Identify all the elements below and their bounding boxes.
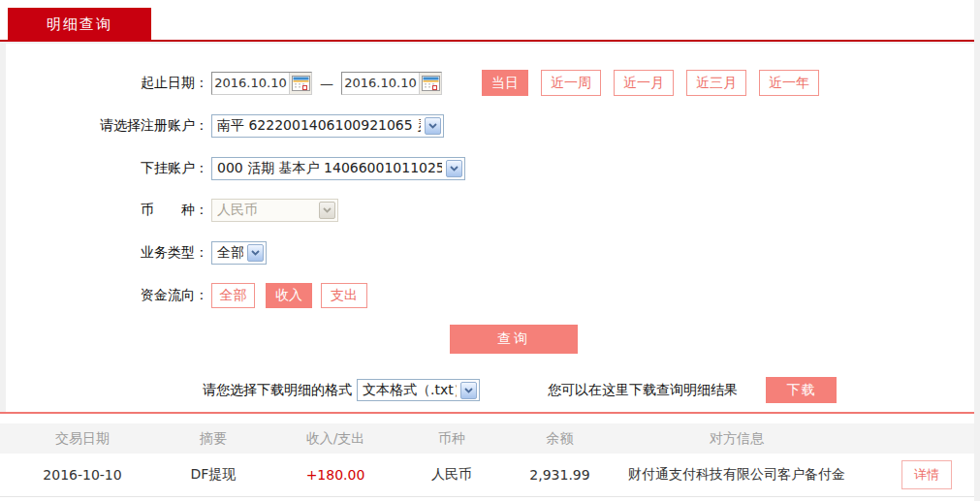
date-range-label: 起止日期：	[6, 75, 208, 92]
download-format-label: 请您选择下载明细的格式	[6, 382, 352, 399]
date-range-row: 起止日期： 2016.10.10 —	[6, 70, 974, 96]
tab-bar: 明细查询	[0, 0, 974, 42]
table-header-row: 交易日期 摘要 收入/支出 币种 余额 对方信息	[0, 423, 974, 454]
business-type-select[interactable]: 全部	[211, 241, 267, 265]
quick-range-today-button[interactable]: 当日	[482, 70, 528, 96]
query-row: 查询	[6, 325, 974, 354]
end-date-value: 2016.10.10	[342, 76, 419, 90]
detail-query-page: 明细查询 起止日期： 2016.10.10	[0, 0, 980, 501]
download-row: 请您选择下载明细的格式 文本格式（.txt） 您可以在这里下载查询明细结果 下载	[6, 377, 974, 404]
cell-trade-date: 2016-10-10	[0, 467, 165, 483]
currency-select-disabled: 人民币	[211, 199, 338, 222]
chevron-down-icon	[319, 202, 335, 219]
tab-detail-query[interactable]: 明细查询	[8, 8, 151, 42]
register-account-value: 南平 6222001406100921065 灵通卡	[217, 117, 421, 135]
business-type-row: 业务类型： 全部	[6, 240, 974, 265]
calendar-icon[interactable]	[419, 73, 441, 94]
calendar-icon-glyph	[422, 76, 440, 91]
header-summary: 摘要	[165, 430, 262, 448]
header-counterparty: 对方信息	[625, 430, 848, 448]
register-account-row: 请选择注册账户： 南平 6222001406100921065 灵通卡	[6, 113, 974, 138]
quick-range-3month-button[interactable]: 近三月	[686, 70, 746, 96]
header-currency: 币种	[409, 430, 494, 448]
start-date-value: 2016.10.10	[212, 76, 289, 90]
quick-range-week-button[interactable]: 近一周	[541, 70, 601, 96]
sub-account-value: 000 活期 基本户 1406600101102571848	[217, 160, 442, 177]
date-separator: —	[320, 76, 333, 91]
calendar-icon-glyph	[292, 76, 310, 91]
fund-flow-income-button[interactable]: 收入	[266, 283, 312, 308]
business-type-label: 业务类型：	[6, 244, 208, 262]
currency-row: 币 种： 人民币	[6, 198, 974, 222]
chevron-down-icon	[425, 117, 441, 135]
download-format-select[interactable]: 文本格式（.txt）	[357, 379, 480, 401]
sub-account-select[interactable]: 000 活期 基本户 1406600101102571848	[211, 157, 465, 180]
cell-summary: DF提现	[165, 466, 262, 484]
business-type-value: 全部	[217, 244, 243, 262]
header-income-expense: 收入/支出	[262, 430, 409, 448]
fund-flow-all-button[interactable]: 全部	[211, 283, 255, 308]
fund-flow-label: 资金流向：	[6, 287, 208, 304]
chevron-down-icon	[247, 244, 264, 262]
download-hint: 您可以在这里下载查询明细结果	[548, 382, 738, 399]
quick-range-month-button[interactable]: 近一月	[614, 70, 674, 96]
register-account-label: 请选择注册账户：	[6, 117, 208, 135]
sub-account-label: 下挂账户：	[6, 160, 208, 177]
query-button[interactable]: 查询	[450, 325, 578, 354]
start-date-input[interactable]: 2016.10.10	[211, 72, 312, 95]
detail-button[interactable]: 详情	[901, 460, 952, 489]
sub-account-row: 下挂账户： 000 活期 基本户 1406600101102571848	[6, 156, 974, 180]
cell-action: 详情	[848, 460, 974, 489]
quick-range-year-button[interactable]: 近一年	[759, 70, 819, 96]
results-table: 交易日期 摘要 收入/支出 币种 余额 对方信息 2016-10-10 DF提现…	[0, 412, 974, 501]
header-trade-date: 交易日期	[0, 430, 165, 448]
table-row: 2016-10-10 DF提现 +180.00 人民币 2,931.99 财付通…	[0, 454, 974, 497]
header-balance: 余额	[494, 430, 625, 448]
end-date-input[interactable]: 2016.10.10	[341, 72, 442, 95]
chevron-down-icon	[460, 382, 477, 399]
query-form-panel: 起止日期： 2016.10.10 —	[6, 44, 974, 412]
register-account-select[interactable]: 南平 6222001406100921065 灵通卡	[211, 114, 444, 138]
download-button[interactable]: 下载	[766, 377, 837, 403]
cell-amount: +180.00	[262, 467, 409, 483]
cell-balance: 2,931.99	[494, 467, 625, 483]
cell-counterparty: 财付通支付科技有限公司客户备付金	[625, 466, 848, 484]
currency-label: 币 种：	[6, 202, 208, 219]
cell-currency: 人民币	[409, 466, 494, 484]
calendar-icon[interactable]	[289, 73, 311, 94]
currency-value: 人民币	[217, 202, 315, 219]
fund-flow-row: 资金流向： 全部 收入 支出	[6, 282, 974, 308]
chevron-down-icon	[446, 160, 462, 177]
fund-flow-expense-button[interactable]: 支出	[321, 283, 367, 308]
download-format-value: 文本格式（.txt）	[363, 382, 457, 399]
